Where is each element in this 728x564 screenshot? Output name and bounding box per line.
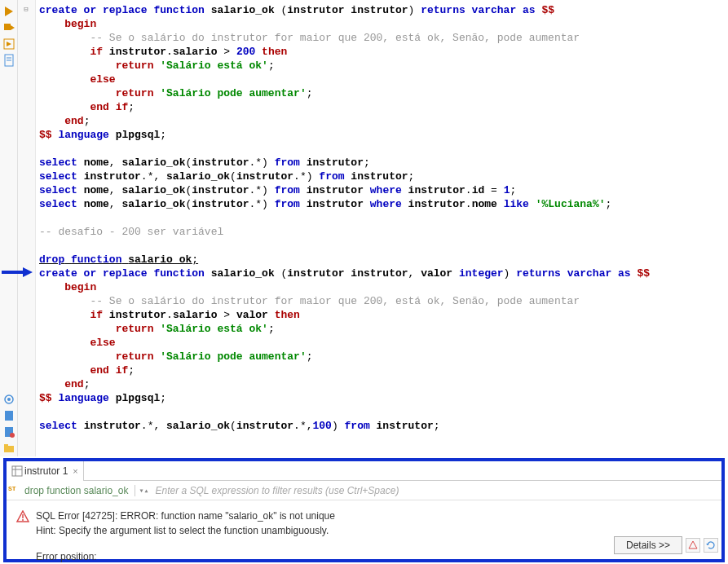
code-line[interactable]: end if; [39, 100, 728, 114]
error-position-label: Error position: [36, 549, 335, 564]
code-line[interactable]: begin [39, 280, 728, 294]
error-icon [16, 510, 29, 526]
code-line[interactable]: select instrutor.*, salario_ok(instrutor… [39, 170, 728, 183]
sql-editor[interactable]: ⊟⊟ create or replace function salario_ok… [18, 0, 728, 456]
code-line[interactable]: select instrutor.*, salario_ok(instrutor… [39, 419, 728, 433]
code-line[interactable]: return 'Salário está ok'; [39, 322, 728, 336]
code-line[interactable] [39, 211, 728, 225]
code-line[interactable] [39, 142, 728, 156]
code-line[interactable]: $$ language plpgsql; [39, 391, 728, 405]
sql-expression-bar: ST drop function salario_ok ▾▴ Enter a S… [7, 481, 721, 500]
code-line[interactable]: select nome, salario_ok(instrutor.*) fro… [39, 197, 728, 211]
svg-point-21 [22, 519, 24, 521]
code-line[interactable]: create or replace function salario_ok (i… [39, 267, 728, 280]
code-line[interactable]: create or replace function salario_ok (i… [39, 3, 728, 17]
code-line[interactable]: end; [39, 377, 728, 391]
code-line[interactable]: else [39, 336, 728, 350]
run-icon[interactable] [2, 5, 15, 18]
executed-sql-text: drop function salario_ok [24, 485, 135, 496]
filter-toggle-icon[interactable]: ▾▴ [139, 486, 148, 496]
code-content[interactable]: create or replace function salario_ok (i… [39, 0, 728, 433]
svg-rect-14 [4, 444, 8, 447]
code-line[interactable]: $$ language plpgsql; [39, 128, 728, 142]
code-line[interactable]: -- desafio - 200 ser variável [39, 225, 728, 239]
script-icon[interactable] [2, 37, 15, 51]
code-line[interactable]: end; [39, 114, 728, 128]
code-line[interactable]: -- Se o salário do instrutor for maior q… [39, 294, 728, 308]
details-button[interactable]: Details >> [614, 536, 682, 554]
svg-marker-22 [689, 541, 697, 549]
warning-icon[interactable] [686, 538, 700, 553]
svg-marker-0 [5, 7, 13, 16]
code-line[interactable]: return 'Salário pode aumentar'; [39, 86, 728, 100]
open-folder-icon[interactable] [2, 442, 15, 455]
filter-input-placeholder[interactable]: Enter a SQL expression to filter results… [155, 485, 399, 496]
current-line-arrow [2, 267, 33, 278]
fold-marker[interactable]: ⊟ [22, 6, 30, 14]
svg-rect-13 [4, 446, 14, 452]
code-line[interactable] [39, 405, 728, 419]
svg-marker-4 [7, 42, 11, 46]
results-tab-bar: instrutor 1 × [7, 461, 721, 481]
close-icon[interactable]: × [73, 466, 77, 476]
error-message-area: SQL Error [42725]: ERROR: function name … [7, 500, 721, 564]
code-line[interactable]: if instrutor.salario > valor then [39, 308, 728, 322]
code-line[interactable]: begin [39, 17, 728, 31]
code-line[interactable]: select nome, salario_ok(instrutor.*) fro… [39, 156, 728, 170]
page-red-icon[interactable] [2, 425, 15, 438]
code-line[interactable]: -- Se o salário do instrutor for maior q… [39, 31, 728, 45]
error-line-1: SQL Error [42725]: ERROR: function name … [36, 509, 335, 523]
code-line[interactable]: drop function salario_ok; [39, 253, 728, 267]
code-line[interactable]: return 'Salário pode aumentar'; [39, 350, 728, 364]
code-line[interactable]: else [39, 73, 728, 86]
sql-badge-icon: ST [8, 485, 20, 496]
page-icon[interactable] [2, 409, 15, 422]
svg-rect-10 [5, 411, 13, 421]
svg-marker-15 [2, 267, 33, 277]
svg-point-9 [7, 398, 11, 401]
result-tab-label: instrutor 1 [24, 465, 68, 477]
svg-marker-23 [706, 544, 709, 545]
execute-icon[interactable] [2, 21, 15, 34]
code-line[interactable]: return 'Salário está ok'; [39, 59, 728, 73]
explain-icon[interactable] [2, 54, 15, 67]
svg-rect-16 [12, 466, 22, 476]
result-tab-instrutor[interactable]: instrutor 1 × [7, 461, 84, 481]
table-icon [11, 465, 23, 477]
code-line[interactable]: if instrutor.salario > 200 then [39, 45, 728, 59]
code-line[interactable] [39, 239, 728, 253]
code-line[interactable]: select nome, salario_ok(instrutor.*) fro… [39, 183, 728, 197]
settings-icon[interactable] [2, 393, 15, 406]
refresh-icon[interactable] [704, 538, 718, 553]
editor-left-toolbar [0, 0, 18, 456]
svg-marker-2 [11, 25, 15, 30]
code-line[interactable]: end if; [39, 364, 728, 377]
svg-point-12 [10, 433, 15, 438]
svg-rect-1 [4, 24, 11, 30]
error-line-2: Hint: Specify the argument list to selec… [36, 523, 335, 538]
results-panel: instrutor 1 × ST drop function salario_o… [3, 458, 725, 562]
editor-gutter: ⊟⊟ [18, 0, 36, 456]
